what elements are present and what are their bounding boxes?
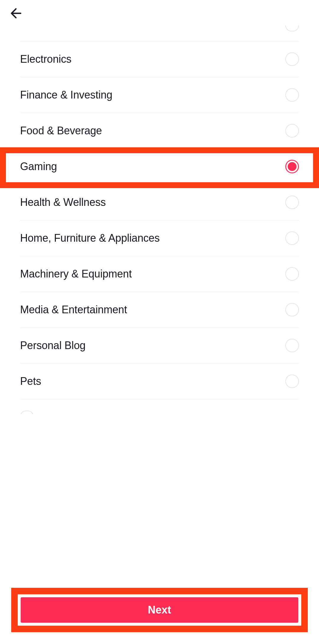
- radio-personal-blog[interactable]: [285, 339, 299, 352]
- radio-electronics[interactable]: [285, 52, 299, 66]
- next-button[interactable]: Next: [21, 597, 298, 623]
- list-item-finance-investing[interactable]: Finance & Investing: [20, 77, 299, 113]
- radio-food-beverage[interactable]: [285, 124, 299, 138]
- category-label: Finance & Investing: [20, 89, 112, 101]
- radio-machinery-equipment[interactable]: [285, 267, 299, 281]
- radio-gaming[interactable]: [285, 160, 299, 173]
- category-list: Electronics Finance & Investing Food & B…: [0, 27, 319, 414]
- list-item-home-furniture-appliances[interactable]: Home, Furniture & Appliances: [20, 220, 299, 256]
- radio-pets[interactable]: [285, 375, 299, 388]
- back-arrow-icon: [9, 7, 22, 20]
- footer-highlight: Next: [11, 588, 308, 632]
- category-label: Pets: [20, 375, 41, 388]
- radio-partial-top: [285, 25, 299, 31]
- list-item-electronics[interactable]: Electronics: [20, 41, 299, 77]
- back-button[interactable]: [9, 6, 23, 20]
- category-label: Health & Wellness: [20, 196, 106, 209]
- radio-finance-investing[interactable]: [285, 88, 299, 102]
- radio-home-furniture-appliances[interactable]: [285, 231, 299, 245]
- list-item-personal-blog[interactable]: Personal Blog: [20, 328, 299, 364]
- category-label: Electronics: [20, 53, 71, 65]
- category-label: Food & Beverage: [20, 125, 102, 137]
- list-item-media-entertainment[interactable]: Media & Entertainment: [20, 292, 299, 328]
- category-label: Personal Blog: [20, 339, 86, 352]
- list-item-gaming[interactable]: Gaming: [20, 149, 299, 185]
- list-item-pets[interactable]: Pets: [20, 364, 299, 399]
- category-label: Gaming: [20, 160, 57, 173]
- list-item-machinery-equipment[interactable]: Machinery & Equipment: [20, 256, 299, 292]
- list-item-partial-top: [20, 27, 299, 41]
- list-item-health-wellness[interactable]: Health & Wellness: [20, 185, 299, 220]
- category-label: Machinery & Equipment: [20, 268, 132, 280]
- radio-health-wellness[interactable]: [285, 196, 299, 209]
- radio-media-entertainment[interactable]: [285, 303, 299, 317]
- list-item-food-beverage[interactable]: Food & Beverage: [20, 113, 299, 149]
- category-label: Home, Furniture & Appliances: [20, 232, 160, 244]
- list-item-partial-bottom: [20, 399, 299, 414]
- header: [0, 0, 319, 27]
- category-label: Media & Entertainment: [20, 304, 127, 316]
- radio-partial-bottom: [20, 411, 34, 414]
